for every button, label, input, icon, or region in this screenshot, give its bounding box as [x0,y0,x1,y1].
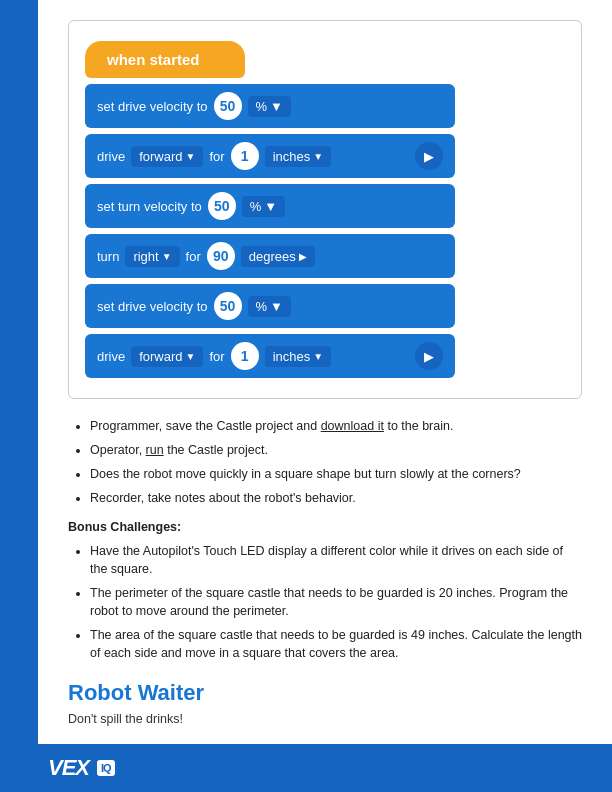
vex-logo-text: VEX [48,755,89,781]
block-label-for-turn: for [186,249,201,264]
block-label-drive: drive [97,149,125,164]
dropdown-label-right: right [133,249,158,264]
left-sidebar [0,0,38,792]
bullet-text-2b: the Castle project. [167,443,268,457]
blocks-wrapper: when started set drive velocity to 50 % … [85,41,465,378]
hat-block: when started [85,41,245,78]
hat-block-label: when started [107,51,200,68]
percent-arrow-turn: ▼ [264,199,277,214]
block-turn-right: turn right ▼ for 90 degrees ▶ [85,234,455,278]
block-play-btn[interactable]: ▶ [415,142,443,170]
block-set-drive-velocity-1: set drive velocity to 50 % ▼ [85,84,455,128]
block-label-drive-2: drive [97,349,125,364]
list-item: The area of the square castle that needs… [90,626,582,662]
block-dropdown-forward[interactable]: forward ▼ [131,146,203,167]
block-dropdown-degrees[interactable]: degrees ▶ [241,246,315,267]
dropdown-label: forward [139,149,182,164]
vex-logo: VEX IQ [48,755,115,781]
dropdown-arrow-right: ▼ [162,251,172,262]
bonus-bullet-list: Have the Autopilot's Touch LED display a… [68,542,582,663]
bottom-bar: VEX IQ [0,744,612,792]
list-item: The perimeter of the square castle that … [90,584,582,620]
bullet-text-1a: Programmer, save the Castle project and [90,419,321,433]
list-item: Does the robot move quickly in a square … [90,465,582,483]
block-value-1-2[interactable]: 1 [231,342,259,370]
percent-label: % [256,99,268,114]
block-label-set-drive-2: set drive velocity to [97,299,208,314]
percent-arrow-2: ▼ [270,299,283,314]
block-drive-forward-1: drive forward ▼ for 1 inches ▼ ▶ [85,134,455,178]
dropdown-arrow-inches: ▼ [313,151,323,162]
block-dropdown-inches[interactable]: inches ▼ [265,146,331,167]
block-label: set drive velocity to [97,99,208,114]
block-dropdown-inches-2[interactable]: inches ▼ [265,346,331,367]
block-value-50-turn[interactable]: 50 [208,192,236,220]
list-item: Have the Autopilot's Touch LED display a… [90,542,582,578]
percent-arrow: ▼ [270,99,283,114]
section-heading: Robot Waiter [68,680,582,706]
main-content: when started set drive velocity to 50 % … [38,0,612,792]
block-percent-turn[interactable]: % ▼ [242,196,285,217]
list-item: Operator, run the Castle project. [90,441,582,459]
block-label-turn: turn [97,249,119,264]
dropdown-arrow-degrees: ▶ [299,251,307,262]
bullet-link-1[interactable]: download it [321,419,384,433]
block-dropdown-right[interactable]: right ▼ [125,246,179,267]
main-bullet-list: Programmer, save the Castle project and … [68,417,582,508]
dropdown-arrow: ▼ [186,151,196,162]
code-block-container: when started set drive velocity to 50 % … [68,20,582,399]
bonus-title: Bonus Challenges: [68,520,582,534]
dropdown-label-inches: inches [273,149,311,164]
dropdown-label-degrees: degrees [249,249,296,264]
dropdown-arrow-inches-2: ▼ [313,351,323,362]
bullet-text-4: Recorder, take notes about the robot's b… [90,491,356,505]
block-drive-forward-2: drive forward ▼ for 1 inches ▼ ▶ [85,334,455,378]
bullet-text-2a: Operator, [90,443,146,457]
block-label-for: for [209,149,224,164]
block-value-50-2[interactable]: 50 [214,292,242,320]
dropdown-label-inches-2: inches [273,349,311,364]
dropdown-arrow-forward-2: ▼ [186,351,196,362]
block-value-90[interactable]: 90 [207,242,235,270]
block-set-drive-velocity-2: set drive velocity to 50 % ▼ [85,284,455,328]
list-item: Recorder, take notes about the robot's b… [90,489,582,507]
bonus-bullet-1: Have the Autopilot's Touch LED display a… [90,544,563,576]
percent-label-turn: % [250,199,262,214]
bonus-bullet-2: The perimeter of the square castle that … [90,586,568,618]
block-value-50[interactable]: 50 [214,92,242,120]
list-item: Programmer, save the Castle project and … [90,417,582,435]
block-set-turn-velocity: set turn velocity to 50 % ▼ [85,184,455,228]
block-label-for-2: for [209,349,224,364]
bonus-bullet-3: The area of the square castle that needs… [90,628,582,660]
vex-logo-iq: IQ [97,760,115,776]
bullet-text-1b: to the brain. [387,419,453,433]
dropdown-label-forward-2: forward [139,349,182,364]
block-dropdown-forward-2[interactable]: forward ▼ [131,346,203,367]
bullet-link-2[interactable]: run [146,443,164,457]
bullet-text-3: Does the robot move quickly in a square … [90,467,521,481]
block-play-btn-2[interactable]: ▶ [415,342,443,370]
block-percent[interactable]: % ▼ [248,96,291,117]
percent-label-2: % [256,299,268,314]
block-label-set-turn: set turn velocity to [97,199,202,214]
block-percent-2[interactable]: % ▼ [248,296,291,317]
block-value-1[interactable]: 1 [231,142,259,170]
section-sub: Don't spill the drinks! [68,712,582,726]
